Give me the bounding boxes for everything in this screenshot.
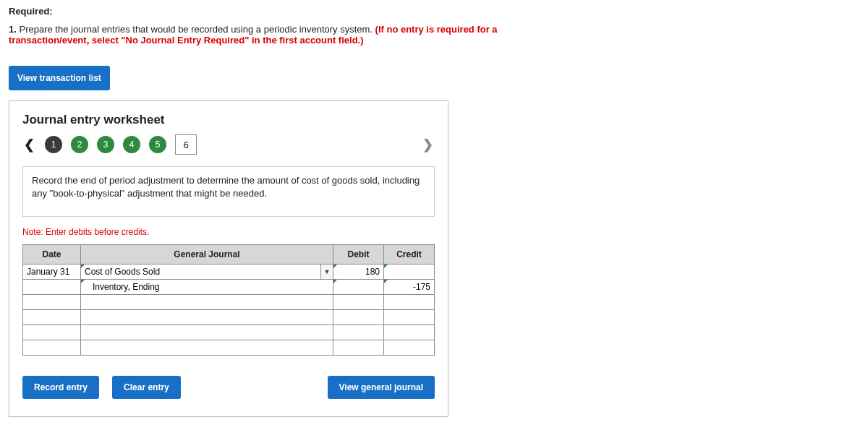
step-6[interactable]: 6: [175, 134, 197, 155]
required-label: Required:: [9, 6, 859, 17]
table-row: ▼: [23, 265, 435, 280]
table-row: [23, 280, 435, 295]
prev-arrow-icon[interactable]: ❮: [22, 137, 36, 152]
question-row: 1. Prepare the journal entries that woul…: [9, 24, 573, 46]
step-4[interactable]: 4: [123, 136, 140, 153]
worksheet-box: Journal entry worksheet ❮ 1 2 3 4 5 6 ❯ …: [9, 100, 448, 417]
account-input[interactable]: [81, 265, 320, 279]
step-5[interactable]: 5: [149, 136, 166, 153]
bottom-button-row: Record entry Clear entry View general jo…: [22, 376, 435, 399]
credit-input[interactable]: [384, 295, 434, 309]
step-2[interactable]: 2: [71, 136, 88, 153]
table-row: [23, 325, 435, 340]
debit-input[interactable]: [333, 325, 383, 340]
journal-entry-table: Date General Journal Debit Credit ▼: [22, 244, 435, 356]
account-input[interactable]: [81, 280, 333, 294]
credit-input[interactable]: [384, 265, 434, 279]
debit-input[interactable]: [333, 280, 383, 294]
credit-input[interactable]: [384, 310, 434, 324]
credit-input[interactable]: [384, 325, 434, 340]
record-entry-button[interactable]: Record entry: [22, 376, 99, 399]
date-input[interactable]: [23, 340, 80, 355]
account-input[interactable]: [81, 310, 333, 324]
debit-input[interactable]: [333, 265, 383, 279]
table-row: [23, 340, 435, 356]
credit-input[interactable]: [384, 340, 434, 355]
worksheet-title: Journal entry worksheet: [22, 113, 435, 127]
note-text: Note: Enter debits before credits.: [22, 227, 435, 237]
next-arrow-icon[interactable]: ❯: [421, 137, 435, 152]
step-1[interactable]: 1: [45, 136, 62, 153]
clear-entry-button[interactable]: Clear entry: [112, 376, 181, 399]
step-nav: ❮ 1 2 3 4 5 6 ❯: [22, 134, 435, 155]
account-input[interactable]: [81, 325, 333, 340]
date-input[interactable]: [23, 310, 80, 324]
view-transaction-list-button[interactable]: View transaction list: [9, 66, 110, 90]
debit-input[interactable]: [333, 340, 383, 355]
date-input[interactable]: [23, 280, 80, 294]
view-general-journal-button[interactable]: View general journal: [328, 376, 435, 399]
date-input[interactable]: [23, 295, 80, 309]
account-input[interactable]: [81, 295, 333, 309]
credit-input[interactable]: [384, 280, 434, 294]
instruction-box: Record the end of period adjustment to d…: [22, 166, 435, 217]
debit-input[interactable]: [333, 310, 383, 324]
col-date: Date: [23, 245, 81, 265]
table-row: [23, 295, 435, 310]
debit-input[interactable]: [333, 295, 383, 309]
account-input[interactable]: [81, 340, 333, 355]
step-3[interactable]: 3: [97, 136, 114, 153]
question-text-a: Prepare the journal entries that would b…: [17, 24, 375, 35]
date-input[interactable]: [23, 265, 80, 279]
col-credit: Credit: [384, 245, 435, 265]
question-number: 1.: [9, 24, 17, 35]
col-journal: General Journal: [81, 245, 333, 265]
date-input[interactable]: [23, 325, 80, 340]
col-debit: Debit: [333, 245, 384, 265]
dropdown-icon[interactable]: ▼: [320, 265, 333, 279]
table-row: [23, 310, 435, 325]
